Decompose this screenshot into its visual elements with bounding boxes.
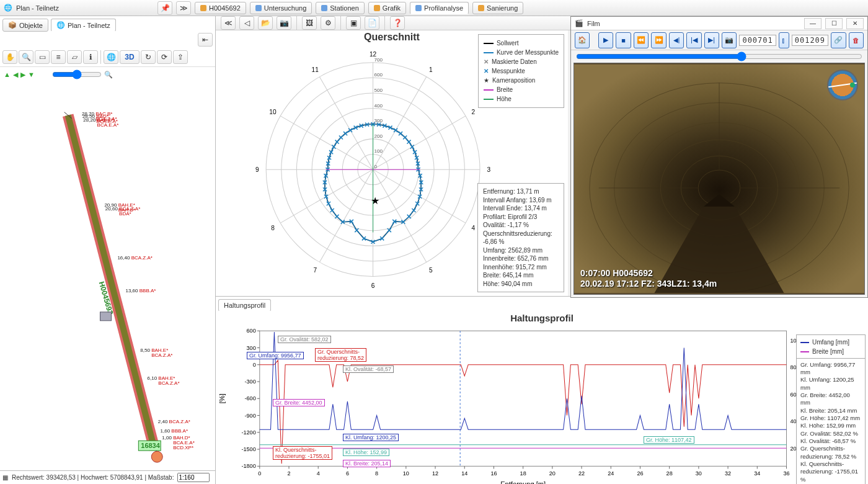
map-annotation: 2,40 BCA.Z.A*: [158, 419, 190, 424]
callout-label: Kl. Querschnitts-reduzierung: -1755,01: [273, 446, 332, 460]
camera-button[interactable]: 📷: [277, 16, 291, 30]
polygon-button[interactable]: ▱: [67, 50, 82, 64]
pin-button[interactable]: 📌: [157, 1, 172, 15]
tab-stationen[interactable]: Stationen: [316, 2, 364, 14]
link-button[interactable]: 🔗: [831, 32, 846, 48]
svg-text:2: 2: [287, 470, 290, 477]
svg-text:3: 3: [487, 166, 490, 173]
home-button[interactable]: 🏠: [575, 32, 590, 48]
open-button[interactable]: 📂: [258, 16, 273, 30]
profile-info: Gr. Umfang: 9956,77 mmKl. Umfang: 1200,2…: [796, 358, 866, 485]
svg-text:0: 0: [374, 164, 378, 169]
svg-text:34: 34: [754, 470, 760, 477]
svg-text:-1200: -1200: [241, 429, 255, 436]
counter-2: 001209: [792, 35, 828, 46]
globe-button[interactable]: 🌐: [104, 50, 118, 64]
img-button[interactable]: 🖼: [302, 16, 317, 30]
svg-text:8: 8: [375, 470, 378, 477]
svg-point-6: [151, 451, 162, 462]
svg-text:200: 200: [374, 133, 383, 139]
sidebar-tab-objekte[interactable]: 📦Objekte: [2, 19, 48, 32]
callout-label: Kl. Breite: 205,14: [343, 460, 391, 467]
zoom-slider[interactable]: [52, 69, 102, 79]
rewind-button[interactable]: ⏪: [634, 32, 649, 48]
svg-text:8: 8: [271, 225, 275, 231]
svg-text:4: 4: [317, 470, 320, 477]
help-button[interactable]: ❓: [390, 16, 405, 30]
settings-button[interactable]: ⚙: [321, 16, 335, 30]
film-position-slider[interactable]: [576, 52, 862, 61]
first-button[interactable]: ≪: [221, 16, 236, 30]
arrow-right-icon[interactable]: ▶: [20, 71, 25, 79]
box-button[interactable]: ▣: [346, 16, 361, 30]
grid-icon[interactable]: ▦: [2, 474, 8, 481]
svg-text:16: 16: [490, 470, 497, 477]
info-button[interactable]: ℹ: [83, 50, 98, 64]
zoom-button[interactable]: 🔍: [19, 50, 33, 64]
callout-label: Gr. Breite: 4452,00: [273, 399, 325, 406]
step-back-button[interactable]: ◀|: [669, 32, 684, 48]
svg-text:4: 4: [471, 225, 475, 231]
svg-text:300: 300: [247, 344, 256, 351]
arrow-left-icon[interactable]: ◀: [13, 71, 18, 79]
fastfwd-button[interactable]: ⏩: [651, 32, 666, 48]
select-button[interactable]: ▭: [35, 50, 50, 64]
svg-text:-900: -900: [245, 413, 256, 419]
sidebar-tab-plan[interactable]: 🌐Plan - Teilnetz: [51, 19, 116, 32]
svg-text:-1500: -1500: [241, 446, 255, 452]
minimize-button[interactable]: —: [804, 18, 822, 29]
map-annotation: 8,50 BAH.E*8,50 BCA.Z.A*: [140, 348, 172, 358]
arrow-up-icon[interactable]: ▲: [4, 71, 11, 78]
doc-button[interactable]: 📄: [365, 16, 379, 30]
svg-text:1: 1: [429, 66, 433, 73]
prev-button[interactable]: ◁: [239, 16, 254, 30]
svg-text:30: 30: [696, 470, 702, 477]
refresh-button[interactable]: ⟳: [157, 50, 172, 64]
map-annotation: 1,00 BAH.D*1,00 BCA.E.A*1,00 BCD.XP*: [162, 436, 195, 450]
tab-haltungsprofil[interactable]: Haltungsprofil: [218, 299, 271, 311]
export-button[interactable]: ⇪: [173, 50, 188, 64]
svg-text:300: 300: [374, 118, 383, 123]
svg-text:22: 22: [578, 470, 585, 477]
stop-button[interactable]: ■: [616, 32, 631, 48]
map-annotation: 13,60 BBB.A*: [126, 289, 156, 294]
close-button[interactable]: ✕: [846, 18, 864, 29]
polar-chart: Querschnitt 1212345678910117006005004003…: [216, 30, 568, 296]
svg-text:-1800: -1800: [241, 463, 255, 469]
goto-button[interactable]: ⫿: [779, 32, 789, 48]
collapse-button[interactable]: ⇤: [198, 33, 213, 47]
maximize-button[interactable]: ☐: [825, 18, 843, 29]
rotate-button[interactable]: ↻: [141, 50, 156, 64]
3D-button[interactable]: 3D: [120, 50, 140, 64]
svg-text:32: 32: [725, 470, 731, 477]
tab-sanierung[interactable]: Sanierung: [472, 2, 523, 14]
tab-profilanalyse[interactable]: Profilanalyse: [410, 2, 469, 14]
map-annotation: 6,10 BAH.E*6,10 BCA.Z.A*: [148, 376, 180, 386]
svg-text:24: 24: [608, 470, 614, 477]
zoom-in-icon[interactable]: 🔍: [104, 71, 113, 79]
prev-frame-button[interactable]: |◀: [686, 32, 701, 48]
scale-input[interactable]: [177, 473, 210, 482]
svg-text:12: 12: [432, 470, 438, 477]
next-frame-button[interactable]: ▶|: [704, 32, 719, 48]
map-annotation: 16,40 BCA.Z.A*: [117, 256, 153, 261]
svg-text:600: 600: [374, 72, 383, 78]
play-button[interactable]: ▶: [598, 32, 613, 48]
svg-text:6: 6: [371, 282, 375, 289]
arrow-down-icon[interactable]: ▼: [28, 71, 35, 78]
tab-grafik[interactable]: Grafik: [368, 2, 406, 14]
callout-label: Gr. Umfang: 9956,77: [247, 352, 304, 359]
layer-button[interactable]: ≡: [51, 50, 66, 64]
map-canvas[interactable]: H0045692 16834 28,70 BAC.B*28,70 BCA.Z.A…: [0, 82, 215, 470]
film-title: Film: [587, 20, 600, 27]
polar-legend: SollwertKurve der Messpunkte✕Maskierte D…: [478, 34, 564, 108]
callout-label: Gr. Ovalität: 582,02: [278, 336, 331, 343]
delete-button[interactable]: 🗑: [849, 32, 864, 48]
hand-button[interactable]: ✋: [2, 50, 17, 64]
tab-h0045692[interactable]: H0045692: [195, 2, 246, 14]
svg-text:500: 500: [374, 87, 383, 93]
svg-text:10: 10: [269, 109, 277, 115]
tab-untersuchung[interactable]: Untersuchung: [250, 2, 312, 14]
snapshot-button[interactable]: 📷: [722, 32, 737, 48]
more-button[interactable]: ≫: [176, 1, 191, 15]
